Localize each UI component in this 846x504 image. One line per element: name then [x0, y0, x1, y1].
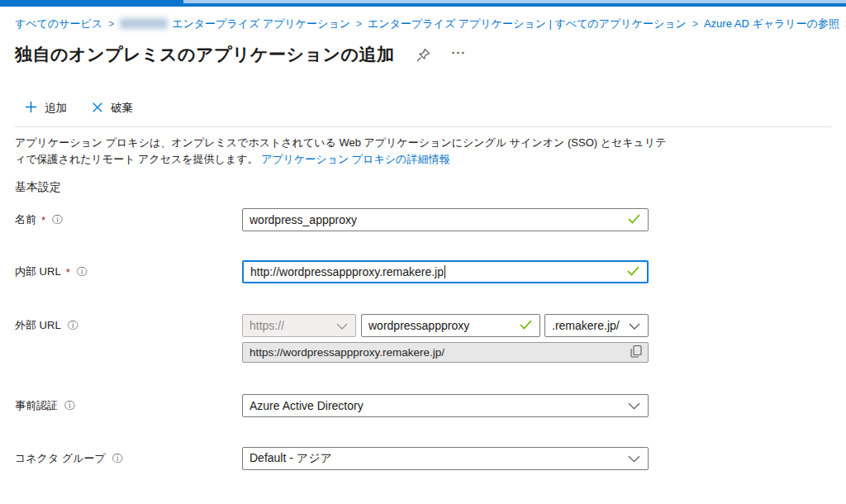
info-icon[interactable]: ⓘ [77, 267, 88, 278]
name-input[interactable]: wordpress_appproxy [242, 208, 649, 231]
chevron-down-icon [628, 399, 640, 412]
command-bar: 追加 破棄 [25, 96, 133, 121]
preauth-select[interactable]: Azure Active Directory [242, 394, 649, 417]
breadcrumb-aad-gallery[interactable]: Azure AD ギャラリーの参照 [704, 17, 839, 31]
pin-icon[interactable] [416, 47, 431, 66]
external-url-field-label: 外部 URL ⓘ [15, 314, 78, 337]
valid-check-icon [627, 265, 639, 278]
internal-url-field-label: 内部 URL* ⓘ [15, 260, 87, 283]
external-url-domain-select[interactable]: .remakere.jp/ [544, 314, 649, 337]
breadcrumb-all-applications[interactable]: エンタープライズ アプリケーション | すべてのアプリケーション [368, 17, 687, 31]
preauth-select-value: Azure Active Directory [250, 399, 364, 412]
breadcrumb-separator: > [108, 18, 114, 30]
external-url-label-text: 外部 URL [15, 318, 61, 333]
preauth-label-text: 事前認証 [15, 398, 58, 413]
connector-group-field-label: コネクタ グループ ⓘ [15, 447, 122, 470]
valid-check-icon [628, 213, 640, 226]
portal-top-bar [0, 0, 846, 7]
info-icon[interactable]: ⓘ [52, 215, 63, 226]
add-button-label: 追加 [45, 101, 67, 116]
page-header: 独自のオンプレミスのアプリケーションの追加 ··· [15, 43, 466, 66]
copy-icon[interactable] [630, 345, 642, 360]
redacted-tenant-name [120, 18, 168, 29]
name-input-value: wordpress_appproxy [250, 213, 357, 226]
valid-check-icon [520, 319, 532, 332]
toolbar-divider [15, 126, 831, 127]
breadcrumb-enterprise-apps[interactable]: エンタープライズ アプリケーション [120, 17, 350, 31]
scheme-select-value: https:// [250, 319, 284, 332]
section-title-basic-settings: 基本設定 [15, 180, 61, 195]
plus-icon [25, 101, 37, 116]
page-title: 独自のオンプレミスのアプリケーションの追加 [15, 43, 394, 66]
connector-group-label-text: コネクタ グループ [15, 451, 106, 466]
preauth-field-label: 事前認証 ⓘ [15, 394, 75, 417]
text-cursor [444, 265, 445, 278]
internal-url-input[interactable]: http://wordpressappproxy.remakere.jp [242, 260, 649, 283]
external-url-preview: https://wordpressappproxy.remakere.jp/ [242, 342, 649, 363]
app-proxy-description: アプリケーション プロキシは、オンプレミスでホストされている Web アプリケー… [15, 135, 669, 168]
connector-group-select-value: Default - アジア [250, 451, 332, 466]
name-label-text: 名前 [15, 212, 36, 227]
discard-button[interactable]: 破棄 [92, 101, 133, 116]
required-marker: * [66, 266, 70, 278]
info-icon[interactable]: ⓘ [112, 454, 123, 464]
chevron-down-icon [628, 452, 640, 465]
portal-top-bar-highlight [183, 0, 846, 3]
chevron-down-icon [629, 319, 640, 332]
close-icon [92, 102, 103, 116]
required-marker: * [41, 214, 45, 226]
internal-url-label-text: 内部 URL [15, 264, 61, 279]
info-icon[interactable]: ⓘ [64, 401, 75, 411]
discard-button-label: 破棄 [111, 101, 133, 116]
breadcrumb-separator: > [692, 18, 698, 30]
external-url-preview-value: https://wordpressappproxy.remakere.jp/ [250, 346, 444, 359]
more-options-icon[interactable]: ··· [451, 45, 466, 59]
connector-group-select[interactable]: Default - アジア [242, 447, 649, 470]
chevron-down-icon [336, 319, 348, 332]
external-url-host-input[interactable]: wordpressappproxy [361, 314, 540, 337]
domain-select-value: .remakere.jp/ [552, 319, 620, 332]
internal-url-input-value: http://wordpressappproxy.remakere.jp [250, 265, 444, 278]
breadcrumb-separator: > [356, 18, 362, 30]
external-url-scheme-select: https:// [242, 314, 356, 337]
breadcrumb: すべてのサービス > エンタープライズ アプリケーション > エンタープライズ … [15, 17, 846, 31]
learn-more-link[interactable]: アプリケーション プロキシの詳細情報 [261, 153, 449, 165]
add-button[interactable]: 追加 [25, 101, 67, 116]
host-input-value: wordpressappproxy [368, 319, 469, 332]
name-field-label: 名前* ⓘ [15, 208, 63, 231]
info-icon[interactable]: ⓘ [68, 321, 78, 331]
breadcrumb-all-services[interactable]: すべてのサービス [15, 17, 102, 31]
